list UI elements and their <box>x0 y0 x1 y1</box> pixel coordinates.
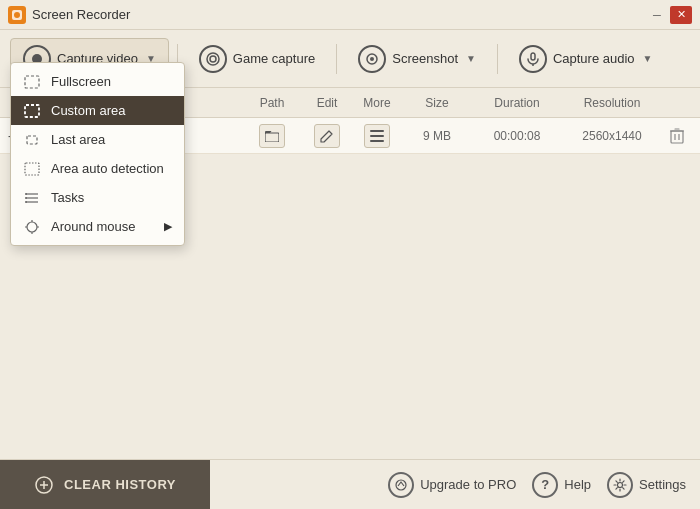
col-size-header: Size <box>402 96 472 110</box>
col-edit-cell <box>302 124 352 148</box>
capture-audio-icon <box>519 45 547 73</box>
tasks-icon <box>23 191 41 205</box>
clear-history-label: CLEAR HISTORY <box>64 477 176 492</box>
svg-rect-11 <box>370 140 384 142</box>
menu-item-tasks-label: Tasks <box>51 190 84 205</box>
col-size-cell: 9 MB <box>402 129 472 143</box>
svg-point-2 <box>207 53 219 65</box>
last-area-icon <box>23 133 41 147</box>
around-mouse-arrow-icon: ▶ <box>164 220 172 233</box>
menu-item-tasks[interactable]: Tasks <box>11 183 184 212</box>
settings-action[interactable]: Settings <box>607 472 686 498</box>
separator-3 <box>497 44 498 74</box>
menu-item-around-mouse[interactable]: Around mouse ▶ <box>11 212 184 241</box>
svg-point-25 <box>25 197 27 199</box>
svg-point-36 <box>618 482 623 487</box>
game-capture-button[interactable]: Game capture <box>186 38 328 80</box>
col-resolution-cell: 2560x1440 <box>562 129 662 143</box>
title-bar: Screen Recorder ─ ✕ <box>0 0 700 30</box>
col-path-cell <box>242 124 302 148</box>
capture-audio-arrow: ▼ <box>643 53 653 64</box>
upgrade-icon <box>388 472 414 498</box>
svg-rect-10 <box>370 135 384 137</box>
menu-item-area-auto[interactable]: Area auto detection <box>11 154 184 183</box>
capture-audio-button[interactable]: Capture audio ▼ <box>506 38 666 80</box>
game-capture-icon <box>199 45 227 73</box>
menu-item-custom-area-label: Custom area <box>51 103 125 118</box>
col-duration-cell: 00:00:08 <box>472 129 562 143</box>
bottom-bar: CLEAR HISTORY Upgrade to PRO ? Help <box>0 459 700 509</box>
more-button[interactable] <box>364 124 390 148</box>
around-mouse-icon <box>23 220 41 234</box>
help-action[interactable]: ? Help <box>532 472 591 498</box>
svg-point-3 <box>210 56 216 62</box>
svg-rect-9 <box>370 130 384 132</box>
svg-point-27 <box>27 222 37 232</box>
clear-history-icon <box>34 475 54 495</box>
separator-2 <box>336 44 337 74</box>
screenshot-arrow: ▼ <box>466 53 476 64</box>
col-edit-header: Edit <box>302 96 352 110</box>
area-auto-icon <box>23 162 41 176</box>
menu-item-custom-area[interactable]: Custom area <box>11 96 184 125</box>
svg-rect-12 <box>671 131 683 143</box>
fullscreen-icon <box>23 75 41 89</box>
col-resolution-header: Resolution <box>562 96 662 110</box>
col-del-cell <box>662 124 692 148</box>
help-label: Help <box>564 477 591 492</box>
menu-item-area-auto-label: Area auto detection <box>51 161 164 176</box>
app-icon <box>8 6 26 24</box>
game-capture-label: Game capture <box>233 51 315 66</box>
svg-point-5 <box>370 57 374 61</box>
title-bar-left: Screen Recorder <box>8 6 130 24</box>
svg-rect-19 <box>27 136 37 144</box>
path-button[interactable] <box>259 124 285 148</box>
window-title: Screen Recorder <box>32 7 130 22</box>
menu-item-last-area-label: Last area <box>51 132 105 147</box>
menu-item-last-area[interactable]: Last area <box>11 125 184 154</box>
col-duration-header: Duration <box>472 96 562 110</box>
help-icon: ? <box>532 472 558 498</box>
dropdown-menu: Fullscreen Custom area Last area Area au… <box>10 62 185 246</box>
svg-point-1 <box>14 12 20 18</box>
col-path-header: Path <box>242 96 302 110</box>
svg-rect-18 <box>25 105 39 117</box>
edit-button[interactable] <box>314 124 340 148</box>
svg-rect-20 <box>25 163 39 175</box>
settings-icon <box>607 472 633 498</box>
svg-rect-8 <box>265 133 279 142</box>
settings-label: Settings <box>639 477 686 492</box>
svg-point-24 <box>25 193 27 195</box>
title-bar-controls: ─ ✕ <box>646 6 692 24</box>
svg-rect-17 <box>25 76 39 88</box>
capture-audio-label: Capture audio <box>553 51 635 66</box>
custom-area-icon <box>23 104 41 118</box>
bottom-right: Upgrade to PRO ? Help Settings <box>388 472 700 498</box>
col-more-cell <box>352 124 402 148</box>
svg-rect-6 <box>531 53 535 60</box>
minimize-button[interactable]: ─ <box>646 6 668 24</box>
screenshot-button[interactable]: Screenshot ▼ <box>345 38 489 80</box>
menu-item-fullscreen[interactable]: Fullscreen <box>11 67 184 96</box>
col-more-header: More <box>352 96 402 110</box>
close-button[interactable]: ✕ <box>670 6 692 24</box>
upgrade-action[interactable]: Upgrade to PRO <box>388 472 516 498</box>
svg-point-26 <box>25 201 27 203</box>
clear-history-button[interactable]: CLEAR HISTORY <box>0 460 210 509</box>
menu-item-around-mouse-label: Around mouse <box>51 219 136 234</box>
upgrade-label: Upgrade to PRO <box>420 477 516 492</box>
delete-button[interactable] <box>664 124 690 148</box>
menu-item-fullscreen-label: Fullscreen <box>51 74 111 89</box>
screenshot-label: Screenshot <box>392 51 458 66</box>
screenshot-icon <box>358 45 386 73</box>
